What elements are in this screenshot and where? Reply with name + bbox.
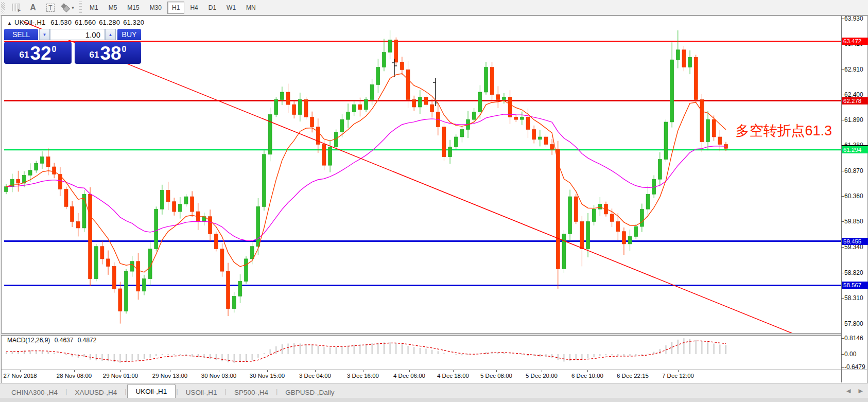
time-tick-mark [678, 370, 679, 372]
chart-tab-china300-h4[interactable]: CHINA300-,H4 [4, 386, 65, 399]
time-label: 27 Nov 2018 [3, 373, 37, 379]
price-tick-mark [841, 95, 844, 95]
level-price-label: 63.472 [842, 38, 868, 45]
price-tick-label: 60.360 [844, 193, 863, 200]
text-tool-icon[interactable]: A [26, 2, 40, 14]
time-label: 29 Nov 13:00 [152, 373, 187, 379]
price-tick-mark [841, 196, 844, 197]
time-label: 28 Nov 08:00 [57, 373, 92, 379]
macd-tick-mark [841, 367, 844, 368]
sell-price-prefix: 61 [20, 50, 29, 60]
buy-tab[interactable]: BUY [117, 29, 141, 40]
chart-tab-gbpusd-daily[interactable]: GBPUSD-,Daily [278, 386, 341, 399]
metatrader-window: F A T ▾ M1M5M15M30H1H4D1W1MN ▲UKOil-,H1 … [0, 0, 868, 402]
time-tick-mark [20, 370, 21, 372]
price-tick-mark [841, 171, 844, 171]
pane-separator[interactable] [1, 333, 841, 336]
timeframe-button-w1[interactable]: W1 [222, 2, 240, 14]
price-tick-mark [841, 19, 844, 19]
time-tick-mark [453, 370, 454, 372]
timeframe-button-m1[interactable]: M1 [85, 2, 103, 14]
ohlc-low: 61.280 [99, 19, 120, 26]
buy-price-prefix: 61 [90, 50, 99, 60]
toolbar-drag-handle-icon[interactable] [1, 2, 5, 13]
sell-price-sup: 0 [52, 45, 57, 54]
chart-window[interactable] [1, 15, 868, 383]
chart-tabs: CHINA300-,H4|XAUUSD-,H4|UKOil-,H1|USOil-… [4, 383, 342, 398]
timeframe-button-m15[interactable]: M15 [123, 2, 144, 14]
fibonacci-tool-icon[interactable]: F [8, 2, 23, 14]
timeframe-button-mn[interactable]: MN [241, 2, 261, 14]
buy-price-button[interactable]: 61380 [75, 42, 141, 64]
time-tick-mark [587, 370, 588, 372]
sell-price-button[interactable]: 61320 [4, 42, 72, 64]
macd-value-main: 0.4637 [55, 337, 74, 344]
time-tick-mark [542, 370, 542, 372]
status-strip [0, 398, 868, 402]
ohlc-high: 61.560 [75, 19, 96, 26]
volume-increase-button[interactable]: ▲ [105, 29, 116, 40]
price-tick-label: 63.930 [844, 15, 863, 22]
collapse-triangle-icon[interactable]: ▲ [7, 21, 12, 26]
ohlc-open: 61.530 [50, 19, 72, 26]
level-price-label: 61.294 [842, 146, 868, 153]
chart-tabs-bar: CHINA300-,H4|XAUUSD-,H4|UKOil-,H1|USOil-… [0, 383, 868, 398]
price-tick-mark [841, 324, 844, 324]
macd-indicator-label: MACD(12,26,9) 0.4637 0.4872 [7, 337, 99, 344]
chart-tab-sp500-h4[interactable]: SP500-,H4 [227, 386, 275, 399]
chart-tab-xauusd-h4[interactable]: XAUUSD-,H4 [67, 386, 124, 399]
time-tick-mark [409, 370, 410, 372]
up-arrow-icon: ▲ [109, 32, 113, 37]
shapes-tool-icon[interactable]: ▾ [61, 2, 75, 14]
time-label: 5 Dec 08:00 [480, 373, 512, 379]
price-tick-mark [841, 221, 844, 222]
time-label: 3 Dec 04:00 [299, 373, 331, 379]
price-tick-mark [841, 247, 844, 248]
time-tick-mark [120, 370, 121, 372]
price-tick-label: 58.820 [844, 269, 863, 276]
macd-tick-mark [841, 338, 844, 339]
level-price-label: 59.455 [842, 238, 868, 245]
time-tick-mark [633, 370, 633, 372]
label-tool-icon[interactable]: T [43, 2, 58, 14]
time-label: 7 Dec 12:00 [662, 373, 694, 379]
time-label: 6 Dec 22:15 [617, 373, 649, 379]
timeframe-button-m30[interactable]: M30 [145, 2, 166, 14]
time-label: 3 Dec 16:00 [347, 373, 379, 379]
timeframe-button-h1[interactable]: H1 [167, 2, 184, 14]
toolbar-separator [79, 2, 82, 14]
volume-decrease-button[interactable]: ▼ [39, 29, 50, 40]
time-label: 29 Nov 01:00 [103, 373, 138, 379]
ohlc-close: 61.320 [123, 19, 144, 26]
volume-input[interactable] [50, 29, 105, 40]
price-tick-label: 57.800 [844, 320, 863, 327]
sell-tab[interactable]: SELL [4, 29, 38, 40]
macd-value-signal: 0.4872 [78, 337, 97, 344]
label-letter: T [46, 4, 54, 12]
price-tick-mark [841, 298, 844, 299]
chart-annotation-text[interactable]: 多空转折点61.3 [735, 121, 832, 140]
price-axis-line [841, 15, 842, 382]
time-label: 5 Dec 20:00 [526, 373, 558, 379]
chart-tab-ukoil-h1[interactable]: UKOil-,H1 [127, 384, 176, 399]
price-tick-label: 62.910 [844, 66, 863, 73]
macd-tick-label: -0.6479 [844, 363, 865, 371]
time-tick-mark [267, 370, 268, 372]
price-tick-label: 58.310 [844, 294, 863, 302]
tab-scroll-left-icon[interactable]: ◀ [846, 388, 850, 394]
time-label: 4 Dec 06:00 [393, 373, 425, 379]
time-label: 30 Nov 03:00 [201, 373, 236, 379]
time-tick-mark [74, 370, 75, 372]
time-axis-border [1, 370, 867, 370]
tab-separator: | [176, 388, 178, 395]
price-tick-mark [841, 69, 844, 70]
time-label: 6 Dec 10:00 [571, 373, 603, 379]
tab-separator: | [125, 388, 126, 395]
level-price-label: 58.567 [842, 282, 868, 289]
timeframe-button-m5[interactable]: M5 [104, 2, 122, 14]
timeframe-button-d1[interactable]: D1 [204, 2, 221, 14]
time-tick-mark [496, 370, 497, 372]
chart-tab-usoil-h1[interactable]: USOil-,H1 [179, 386, 224, 399]
timeframe-button-h4[interactable]: H4 [185, 2, 202, 14]
tab-scroll-right-icon[interactable]: ▶ [859, 388, 863, 394]
